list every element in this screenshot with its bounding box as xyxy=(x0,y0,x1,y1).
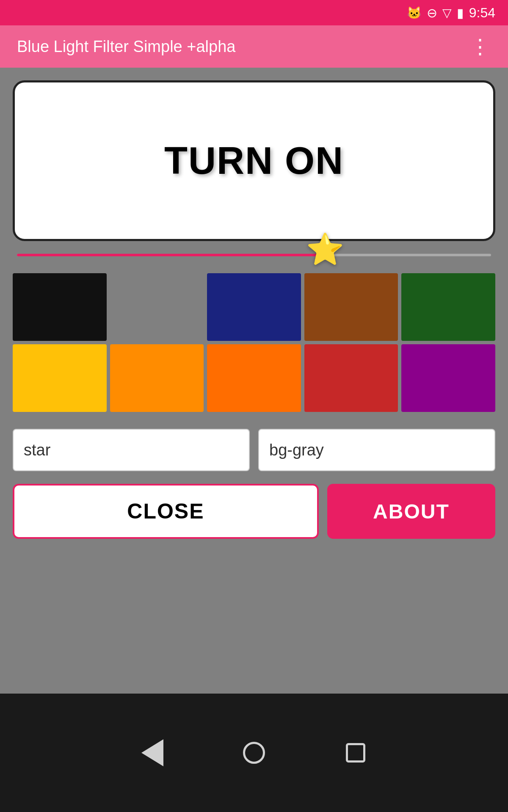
recents-button[interactable] xyxy=(343,740,368,765)
color-red[interactable] xyxy=(304,344,398,412)
close-button[interactable]: CLOSE xyxy=(13,484,319,539)
color-gray[interactable] xyxy=(110,273,204,341)
color-brown[interactable] xyxy=(304,273,398,341)
back-icon xyxy=(141,739,163,766)
home-icon xyxy=(243,742,265,764)
color-navy[interactable] xyxy=(207,273,301,341)
color-dark-green[interactable] xyxy=(401,273,495,341)
slider-fill xyxy=(17,254,325,256)
recents-icon xyxy=(346,743,365,763)
color-purple[interactable] xyxy=(401,344,495,412)
color-grid xyxy=(13,273,495,412)
color-black[interactable] xyxy=(13,273,107,341)
slider-track[interactable]: ⭐ xyxy=(17,254,491,256)
app-bar: Blue Light Filter Simple +alpha ⋮ xyxy=(0,25,508,68)
bottom-nav xyxy=(0,694,508,812)
home-button[interactable] xyxy=(241,740,267,765)
slider-thumb[interactable]: ⭐ xyxy=(306,246,344,264)
status-time: 9:54 xyxy=(469,5,495,21)
about-button[interactable]: ABOUT xyxy=(327,484,495,539)
button-row: CLOSE ABOUT xyxy=(13,484,495,539)
turn-on-label: TURN ON xyxy=(164,139,344,183)
overflow-menu-icon[interactable]: ⋮ xyxy=(470,35,491,58)
dnd-icon: ⊖ xyxy=(427,5,437,20)
cat-notification-icon: 🐱 xyxy=(407,6,422,20)
bg-color-input[interactable] xyxy=(258,429,495,471)
color-amber[interactable] xyxy=(110,344,204,412)
color-orange[interactable] xyxy=(207,344,301,412)
turn-on-button[interactable]: TURN ON xyxy=(13,80,495,241)
app-title: Blue Light Filter Simple +alpha xyxy=(17,38,235,56)
main-content: TURN ON ⭐ CLOSE ABOUT xyxy=(0,68,508,694)
back-button[interactable] xyxy=(140,740,165,765)
battery-icon: ▮ xyxy=(457,5,464,20)
filter-slider-section: ⭐ xyxy=(13,254,495,256)
wifi-icon: ▽ xyxy=(442,6,452,20)
color-yellow[interactable] xyxy=(13,344,107,412)
input-row xyxy=(13,429,495,471)
filter-name-input[interactable] xyxy=(13,429,250,471)
star-icon: ⭐ xyxy=(306,234,344,264)
status-bar: 🐱 ⊖ ▽ ▮ 9:54 xyxy=(0,0,508,25)
